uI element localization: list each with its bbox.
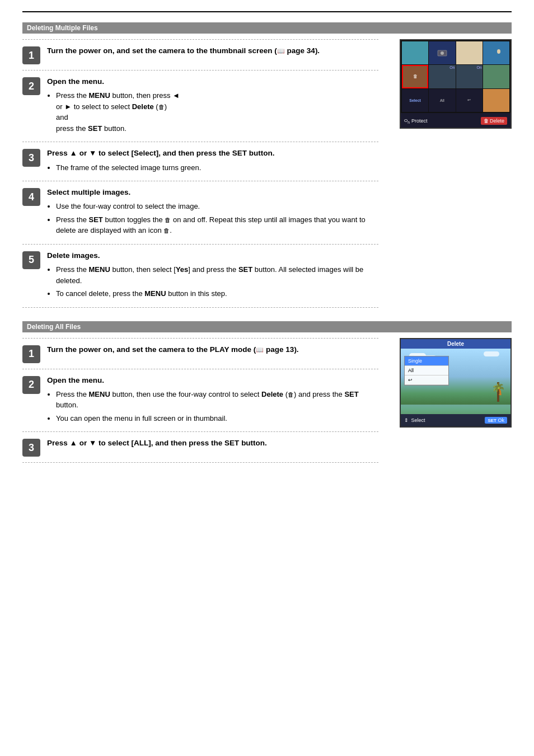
cam-s2-title: Delete	[401, 339, 510, 349]
cam-cell-9: Select	[402, 89, 428, 112]
step-5-content: Delete images. Press the MENU button, th…	[47, 250, 378, 302]
page-icon-2: 📖	[256, 346, 264, 353]
step-2-all-title: Open the menu.	[47, 375, 378, 386]
cam-cell-12	[483, 89, 509, 112]
step-3-all-content: Press ▲ or ▼ to select [ALL], and then p…	[47, 438, 378, 452]
cam-palm: 🌴	[497, 382, 499, 402]
cam-protect: On Protect	[404, 118, 427, 124]
step-4-bullet-2: Press the SET button toggles the 🗑 on an…	[56, 214, 378, 236]
camera-display-2: Delete 🌴	[400, 338, 512, 428]
step-4-bullet-1: Use the four-way control to select the i…	[56, 201, 378, 212]
cam-s2-item-back: ↩	[405, 375, 448, 385]
camera-display-1: 🗑 On On Select All	[400, 39, 512, 129]
step-5-bullet-1: Press the MENU button, then select [Yes]…	[56, 264, 378, 286]
section2-content: 1 Turn the power on, and set the camera …	[22, 338, 512, 463]
step-num-5: 5	[22, 251, 40, 269]
svg-point-3	[497, 49, 500, 54]
step-num-2: 2	[22, 77, 40, 95]
cam-bg: Delete 🌴	[401, 339, 510, 426]
section-header-all: Deleting All Files	[22, 321, 512, 332]
step-2-content: Open the menu. Press the MENU button, th…	[47, 76, 378, 136]
step-num-1: 1	[22, 46, 40, 64]
section-deleting-multiple: Deleting Multiple Files 1 Turn the power…	[22, 22, 512, 308]
step-num-4: 4	[22, 188, 40, 206]
step-3-bullets: The frame of the selected image turns gr…	[56, 162, 378, 173]
cam-s2-item-single: Single	[405, 356, 448, 366]
step-2-all-content: Open the menu. Press the MENU button, th…	[47, 375, 378, 426]
cam-cell-4	[483, 41, 509, 64]
step-2-all-bullet-2: You can open the menu in full screen or …	[56, 413, 378, 424]
section-deleting-all: Deleting All Files 1 Turn the power on, …	[22, 321, 512, 463]
step-3-all-num: 3	[22, 439, 40, 457]
cam-s2-item-all: All	[405, 366, 448, 375]
step-3-bullet-1: The frame of the selected image turns gr…	[56, 162, 378, 173]
step-4-content: Select multiple images. Use the four-way…	[47, 187, 378, 238]
cam-s2-ok-btn: SET Ok	[485, 417, 507, 424]
step-1-all-title: Turn the power on, and set the camera to…	[47, 344, 378, 355]
step-1-title: Turn the power on, and set the camera to…	[47, 45, 378, 57]
step-2-all-num: 2	[22, 376, 40, 394]
cam-screen-delete: Delete 🌴	[400, 338, 512, 428]
cam-cell-5: 🗑	[402, 65, 428, 88]
page-icon-1: 📖	[277, 48, 285, 54]
step-1-all-num: 1	[22, 345, 40, 363]
step-3-title: Press ▲ or ▼ to select [Select], and the…	[47, 148, 378, 159]
cam-cell-8	[483, 65, 509, 88]
section-header-multiple: Deleting Multiple Files	[22, 22, 512, 34]
step-3-multiple: 3 Press ▲ or ▼ to select [Select], and t…	[22, 142, 378, 181]
cam-cell-7: On	[456, 65, 483, 88]
cam-cell-6: On	[429, 65, 455, 88]
step-1-all-content: Turn the power on, and set the camera to…	[47, 344, 378, 358]
cam-s2-select-label: ⇕ Select	[404, 417, 425, 423]
step-2-all-bullets: Press the MENU button, then use the four…	[56, 389, 378, 424]
section1-content: 1 Turn the power on, and set the camera …	[22, 39, 512, 308]
step-4-multiple: 4 Select multiple images. Use the four-w…	[22, 181, 378, 244]
section1-steps: 1 Turn the power on, and set the camera …	[22, 39, 378, 308]
cam-cloud-3	[484, 351, 499, 356]
cam-screen-thumbnail: 🗑 On On Select All	[400, 39, 512, 129]
step-5-bullets: Press the MENU button, then select [Yes]…	[56, 264, 378, 299]
step-num-3: 3	[22, 149, 40, 167]
cam-thumbnail-grid: 🗑 On On Select All	[401, 40, 510, 113]
section2-steps: 1 Turn the power on, and set the camera …	[22, 338, 378, 463]
step-5-multiple: 5 Delete images. Press the MENU button, …	[22, 244, 378, 308]
top-rule	[22, 11, 512, 12]
step-3-content: Press ▲ or ▼ to select [Select], and the…	[47, 148, 378, 175]
svg-point-1	[441, 51, 444, 55]
step-3-all: 3 Press ▲ or ▼ to select [ALL], and then…	[22, 431, 378, 463]
cam-cell-2	[429, 41, 455, 64]
cam-cell-11: ↩	[456, 89, 483, 112]
step-4-title: Select multiple images.	[47, 187, 378, 198]
cam-icon-1	[437, 49, 447, 57]
step-1-multiple: 1 Turn the power on, and set the camera …	[22, 39, 378, 70]
cam-delete: 🗑 Delete	[481, 117, 507, 125]
cam-cell-3	[456, 41, 483, 64]
cam-bottom-bar-1: On Protect 🗑 Delete	[401, 113, 510, 129]
cam-cell-1	[402, 41, 428, 64]
cam-icon-2	[491, 49, 501, 57]
step-2-all-bullet-1: Press the MENU button, then use the four…	[56, 389, 378, 411]
step-2-title: Open the menu.	[47, 76, 378, 87]
step-1-content: Turn the power on, and set the camera to…	[47, 45, 378, 59]
step-2-multiple: 2 Open the menu. Press the MENU button, …	[22, 70, 378, 142]
cam-cell-10: All	[429, 89, 455, 112]
cam-s2-bottom: ⇕ Select SET Ok	[401, 414, 510, 426]
step-4-bullets: Use the four-way control to select the i…	[56, 201, 378, 236]
step-2-bullets: Press the MENU button, then press ◄ or ►…	[56, 90, 378, 134]
step-2-bullet-1: Press the MENU button, then press ◄ or ►…	[56, 90, 378, 134]
step-5-bullet-2: To cancel delete, press the MENU button …	[56, 288, 378, 299]
step-1-all: 1 Turn the power on, and set the camera …	[22, 338, 378, 369]
cam-s2-menu: Single All ↩	[404, 356, 449, 386]
step-2-all: 2 Open the menu. Press the MENU button, …	[22, 369, 378, 432]
step-5-title: Delete images.	[47, 250, 378, 261]
step-3-all-title: Press ▲ or ▼ to select [ALL], and then p…	[47, 438, 378, 449]
